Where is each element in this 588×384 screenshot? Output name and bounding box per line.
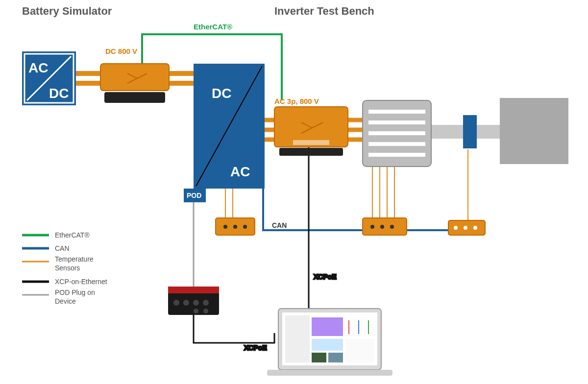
svg-point-45 [473,226,477,230]
svg-rect-57 [312,317,343,336]
svg-point-37 [243,225,247,229]
acdc-block: AC DC [22,51,76,105]
sensor-module-3 [448,220,485,235]
svg-point-51 [203,300,209,306]
svg-rect-21 [104,92,165,103]
title-left: Battery Simulator [22,5,112,17]
inv-dc: DC [212,86,231,101]
inv-ac: AC [230,164,250,179]
motor [363,100,431,167]
svg-point-48 [173,300,179,306]
legend-pod-2: Device [55,297,76,305]
svg-point-52 [194,309,198,313]
svg-point-44 [464,226,467,230]
svg-point-36 [233,225,237,229]
svg-rect-58 [312,339,343,351]
sensor-module-2 [363,218,407,235]
sensor-module-1 [216,218,255,235]
ethercat-label: EtherCAT® [194,23,232,31]
dc-junction-box [100,64,169,103]
svg-rect-59 [312,353,326,362]
legend: EtherCAT® CAN Temperature Sensors XCP-on… [22,231,107,305]
svg-rect-56 [285,315,310,362]
acdc-dc: DC [49,86,69,101]
svg-point-39 [370,225,374,229]
svg-point-49 [183,300,189,306]
title-right: Inverter Test Bench [274,5,374,17]
ac-junction-box [274,107,348,156]
can-label: CAN [272,221,287,229]
legend-temp-2: Sensors [55,264,80,272]
xcp-device [168,287,219,315]
legend-xcp: XCP-on-Ethernet [55,278,107,286]
svg-rect-61 [346,317,374,336]
svg-point-50 [193,300,199,306]
pod-label: POD [187,192,201,199]
svg-rect-47 [168,287,219,293]
driveline [429,115,507,148]
svg-rect-27 [279,148,343,156]
xcpoe-label-2: XCPoE [244,344,267,352]
load-block [500,98,568,164]
svg-point-40 [380,225,384,229]
svg-rect-7 [463,115,477,148]
acdc-ac: AC [28,60,48,75]
laptop [267,309,392,376]
svg-point-53 [203,309,208,313]
svg-rect-26 [293,140,329,145]
legend-ethercat: EtherCAT® [55,231,90,239]
dc800-label: DC 800 V [105,47,137,55]
ac3p-label: AC 3p, 800 V [274,97,319,105]
svg-rect-66 [267,370,392,376]
xcpoe-label-1: XCPoE [314,273,337,281]
svg-point-41 [390,225,394,229]
svg-rect-38 [363,218,407,235]
svg-point-43 [454,226,458,230]
inverter-block: DC AC POD [184,64,265,202]
svg-rect-60 [328,353,343,362]
legend-temp-1: Temperature [55,255,94,263]
legend-pod-1: POD Plug on [55,288,95,296]
svg-point-35 [223,225,227,229]
svg-rect-65 [346,339,374,362]
legend-can: CAN [55,244,70,252]
